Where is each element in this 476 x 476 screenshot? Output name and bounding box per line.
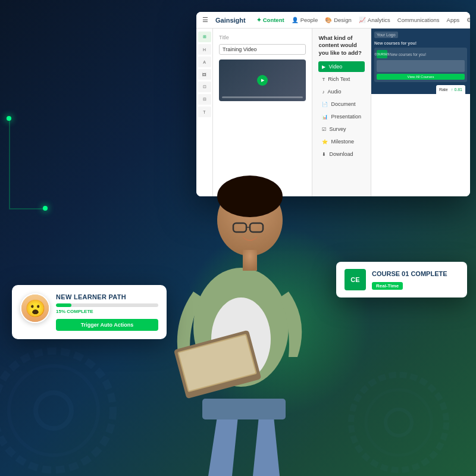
learner-avatar: 😮 [20, 293, 50, 323]
right-panel-header: Your Logo New courses for you! COURSES N… [371, 29, 470, 94]
title-input[interactable] [219, 44, 306, 55]
courses-icon: COURSES [377, 50, 387, 58]
course-card-header: COURSES New courses for you! [377, 50, 465, 58]
nav-automation[interactable]: ⚙ Automation [466, 17, 470, 23]
course-complete-card: CE COURSE 01 COMPLETE Real-Time [336, 262, 467, 298]
svg-point-2 [36, 393, 71, 428]
svg-point-5 [386, 409, 412, 436]
nav-people[interactable]: 👤 People [292, 17, 318, 23]
avatar-face: 😮 [21, 295, 49, 322]
completion-rate-display: Rate ↑ 0.81 [436, 85, 465, 94]
progress-bar-container [56, 303, 158, 307]
nav-analytics[interactable]: 📈 Analytics [359, 17, 390, 23]
nav-design[interactable]: 🎨 Design [325, 17, 352, 23]
learner-info: NEW LEARNER PATH 15% COMPLETE Trigger Au… [56, 293, 158, 331]
option-video[interactable]: ▶ Video [318, 61, 365, 72]
app-right-panel: Your Logo New courses for you! COURSES N… [371, 29, 470, 196]
real-time-badge: Real-Time [372, 282, 403, 290]
course-badge: CE [345, 269, 366, 290]
svg-point-0 [0, 351, 113, 470]
view-all-button[interactable]: View All Courses [377, 74, 465, 80]
app-logo: Gainsight [215, 17, 246, 24]
courses-heading: New courses for you! [374, 41, 467, 45]
learner-path-card: 😮 NEW LEARNER PATH 15% COMPLETE Trigger … [12, 285, 167, 339]
content-type-question: What kind of content would you like to a… [318, 35, 365, 57]
person-figure [125, 71, 351, 476]
svg-point-12 [217, 176, 283, 217]
sidebar-icon-3[interactable]: A [198, 57, 211, 67]
nav-communications[interactable]: Communications [397, 17, 440, 23]
trigger-auto-actions-button[interactable]: Trigger Auto Actions [56, 319, 158, 331]
nav-content[interactable]: ✦ Content [256, 17, 284, 23]
sidebar-icon-1[interactable]: ⊞ [198, 32, 211, 42]
course-complete-info: COURSE 01 COMPLETE Real-Time [372, 270, 447, 290]
nav-apps[interactable]: Apps [447, 17, 460, 23]
video-icon: ▶ [322, 64, 325, 70]
course-complete-title: COURSE 01 COMPLETE [372, 270, 447, 277]
progress-bar-fill [56, 303, 71, 307]
title-label: Title [219, 35, 306, 40]
sidebar-icon-2[interactable]: H [198, 44, 211, 55]
svg-rect-17 [202, 399, 286, 419]
svg-point-4 [366, 390, 431, 455]
svg-rect-16 [243, 250, 257, 271]
app-navbar: ☰ Gainsight ✦ Content 👤 People 🎨 Design … [196, 12, 470, 29]
learner-path-title: NEW LEARNER PATH [56, 293, 158, 300]
progress-label: 15% COMPLETE [56, 309, 158, 314]
svg-point-1 [9, 366, 98, 455]
